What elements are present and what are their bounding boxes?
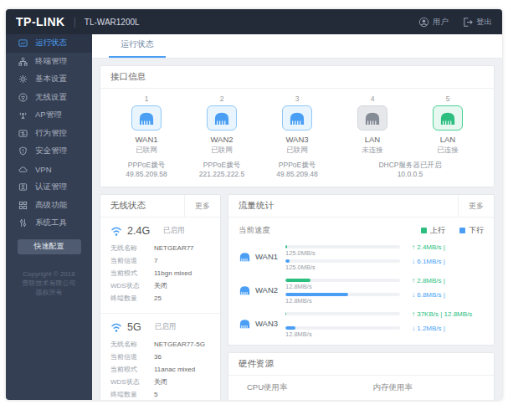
advanced-icon (18, 201, 28, 210)
copyright: Copyright © 2018 普联技术有限公司 版权所有 (6, 269, 92, 297)
port-status: 已联网 (211, 146, 233, 156)
field-value: 36 (154, 351, 162, 363)
up-bar-fill (285, 245, 287, 248)
legend-up-swatch (421, 228, 427, 233)
gauge-label: CPU使用率 (235, 382, 362, 393)
ethernet-port-icon (207, 105, 237, 131)
device-model: TL-WAR1200L (85, 18, 140, 27)
field-value: 11bgn mixed (154, 267, 192, 279)
field-value: 关闭 (154, 279, 167, 292)
wan-name: WAN3 (255, 319, 278, 328)
sidebar-item-label: VPN (35, 165, 52, 174)
detail-ip: 49.85.209.48 (259, 170, 335, 179)
down-bar-track (285, 326, 400, 330)
field-value: 关闭 (154, 376, 167, 388)
up-speed-value: ↑ 2.8MB/s | (400, 276, 484, 290)
band-status: 已启用 (163, 226, 185, 236)
port-number: 5 (446, 95, 450, 103)
sidebar-item-label: 安全管理 (35, 146, 67, 156)
detail-ip: 10.0.0.5 (335, 170, 485, 179)
up-speed-value: ↑ 2.4MB/s | (400, 243, 484, 257)
port-status: 已联网 (136, 146, 157, 156)
auth-mgmt-icon (18, 182, 28, 192)
port-number: 3 (295, 95, 300, 103)
lan-detail: DHCP服务器已开启 10.0.0.5 (335, 161, 485, 179)
detail-line: DHCP服务器已开启 (335, 161, 485, 170)
wan-name: WAN1 (255, 252, 278, 261)
legend-down-swatch (459, 228, 465, 233)
field-value: 25 (154, 292, 162, 305)
wan1-detail: PPPoE拨号 49.85.209.58 (109, 161, 184, 179)
port-status: 已连接 (437, 146, 459, 156)
up-speed-value: ↑ 37KB/s | 12.8MB/s (400, 310, 484, 324)
sidebar-item-advanced[interactable]: 高级功能 (6, 197, 92, 215)
sidebar-item-system-tools[interactable]: 系统工具 (6, 214, 92, 233)
shield-icon (18, 146, 28, 156)
hardware-panel: 硬件资源 CPU使用率 56% (228, 352, 495, 400)
sidebar-item-label: 认证管理 (35, 182, 67, 192)
sidebar-item-label: 系统工具 (35, 218, 67, 228)
sidebar-item-label: AP管理 (35, 110, 62, 120)
port-name: LAN (365, 135, 380, 144)
sidebar-item-label: 行为管控 (35, 128, 67, 139)
main-content: 运行状态 接口信息 1 WAN1 已联网 (92, 34, 502, 400)
sidebar-item-label: 高级功能 (35, 200, 67, 211)
bar-scale: 12.8MB/s (285, 330, 400, 338)
wireless-icon (18, 93, 28, 102)
gauge-label: 内存使用率 (362, 382, 488, 393)
logout-button[interactable]: 登出 (462, 17, 492, 28)
traffic-more-link[interactable]: 更多 (458, 195, 494, 217)
sidebar-item-wireless-settings[interactable]: 无线设置 (6, 89, 92, 107)
wan-icon (239, 318, 251, 329)
detail-line: PPPoE拨号 (259, 161, 335, 170)
port-lan4: 4 LAN 未连接 (335, 95, 410, 156)
port-wan3: 3 WAN3 已联网 (259, 95, 335, 156)
sidebar-item-terminal-mgmt[interactable]: 终端管理 (6, 53, 92, 71)
field-label: WDS状态 (110, 376, 154, 388)
copyright-line: Copyright © 2018 (6, 269, 92, 279)
wifi-icon (110, 226, 122, 237)
wan-icon (239, 284, 251, 295)
legend-up-label: 上行 (430, 225, 445, 236)
tab-running-status[interactable]: 运行状态 (109, 34, 166, 58)
sidebar-item-vpn[interactable]: VPN (6, 161, 92, 179)
detail-line: PPPoE拨号 (184, 161, 259, 170)
wan-icon (239, 251, 251, 262)
interface-info-panel: 接口信息 1 WAN1 已联网 2 (100, 65, 495, 187)
traffic-stats-panel: 流量统计 更多 当前速度 上行 下行 (228, 194, 495, 346)
down-speed-value: ↓ 6.1MB/s | (400, 257, 484, 271)
panel-title: 硬件资源 (228, 358, 494, 370)
sidebar-item-behavior-control[interactable]: 行为管控 (6, 125, 92, 143)
sidebar-item-auth-mgmt[interactable]: 认证管理 (6, 178, 92, 197)
wireless-status-panel: 无线状态 更多 2.4G 已启用 (100, 194, 221, 400)
detail-ip: 221.225.222.5 (184, 170, 259, 179)
quick-setup-button[interactable]: 快速配置 (18, 239, 81, 254)
sidebar-item-ap-mgmt[interactable]: AP管理 (6, 106, 92, 125)
band-status: 已启用 (155, 322, 177, 332)
up-bar-track (285, 312, 400, 315)
down-speed-value: ↓ 6.8MB/s | (400, 290, 484, 305)
port-status: 已联网 (286, 146, 308, 156)
band-name: 5G (127, 321, 141, 333)
ethernet-port-icon (357, 105, 387, 131)
sidebar-item-label: 终端管理 (35, 56, 67, 67)
memory-gauge: 内存使用率 50% (362, 382, 488, 400)
logout-label: 登出 (476, 17, 492, 28)
brand-logo: TP-LINK (16, 15, 65, 28)
brand-separator: | (74, 16, 76, 28)
sidebar-item-security-mgmt[interactable]: 安全管理 (6, 142, 92, 161)
sidebar-item-basic-settings[interactable]: 基本设置 (6, 70, 92, 89)
wan-name: WAN2 (255, 285, 278, 295)
wireless-more-link[interactable]: 更多 (184, 195, 220, 217)
up-bar-track (285, 245, 400, 248)
sidebar-item-running-status[interactable]: 运行状态 (6, 34, 92, 53)
ethernet-port-icon (433, 105, 463, 131)
legend-down-label: 下行 (469, 225, 484, 236)
bar-scale: 125.0MB/s (285, 264, 400, 271)
gear-icon (18, 74, 28, 84)
detail-ip: 49.85.209.58 (109, 170, 184, 179)
copyright-line: 版权所有 (6, 288, 92, 297)
detail-line: PPPoE拨号 (109, 161, 184, 170)
field-value: 7 (154, 254, 157, 267)
user-menu[interactable]: 用户 (418, 17, 449, 28)
